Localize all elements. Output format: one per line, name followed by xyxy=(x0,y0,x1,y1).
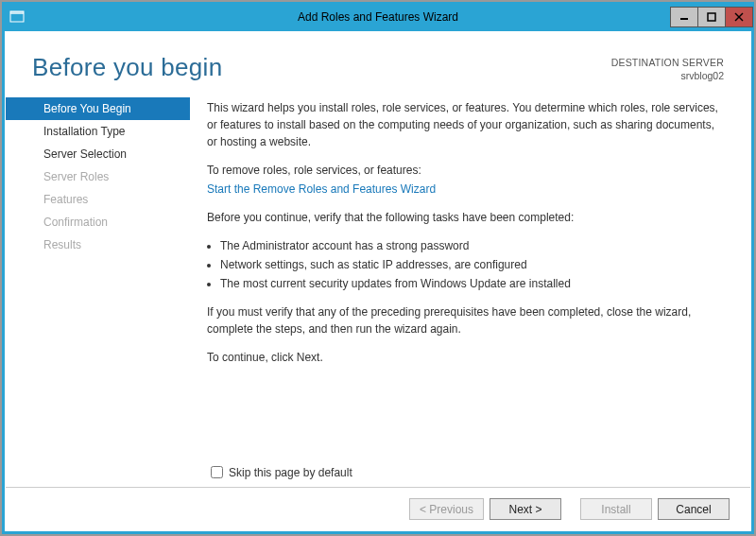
prereq-list: The Administrator account has a strong p… xyxy=(207,237,724,292)
prereq-item: The Administrator account has a strong p… xyxy=(220,237,724,254)
wizard-nav: Before You Begin Installation Type Serve… xyxy=(6,92,190,458)
skip-row: Skip this page by default xyxy=(6,458,750,487)
remove-roles-link[interactable]: Start the Remove Roles and Features Wiza… xyxy=(207,182,436,196)
wizard-window: Add Roles and Features Wizard Before you… xyxy=(2,2,754,534)
verify-note: If you must verify that any of the prece… xyxy=(207,303,724,337)
previous-button: < Previous xyxy=(409,498,484,520)
install-button: Install xyxy=(580,498,652,520)
nav-server-selection[interactable]: Server Selection xyxy=(6,143,190,165)
wizard-body: Before you begin DESTINATION SERVER srvb… xyxy=(6,34,750,530)
svg-rect-3 xyxy=(708,13,715,21)
nav-before-you-begin[interactable]: Before You Begin xyxy=(6,97,190,120)
remove-prompt: To remove roles, role services, or featu… xyxy=(207,162,724,179)
nav-features: Features xyxy=(6,188,190,211)
minimize-button[interactable] xyxy=(670,7,698,27)
app-icon xyxy=(9,9,26,26)
next-button[interactable]: Next > xyxy=(490,498,561,520)
destination-server: srvblog02 xyxy=(611,70,724,83)
nav-results: Results xyxy=(6,233,190,256)
nav-confirmation: Confirmation xyxy=(6,211,190,233)
destination-block: DESTINATION SERVER srvblog02 xyxy=(611,53,724,82)
destination-label: DESTINATION SERVER xyxy=(611,57,724,70)
wizard-content: Before You Begin Installation Type Serve… xyxy=(6,92,750,458)
prereq-item: Network settings, such as static IP addr… xyxy=(220,256,724,273)
skip-label: Skip this page by default xyxy=(229,466,352,479)
wizard-footer: < Previous Next > Install Cancel xyxy=(6,487,750,530)
continue-note: To continue, click Next. xyxy=(207,349,724,366)
prereq-item: The most current security updates from W… xyxy=(220,275,724,292)
svg-rect-1 xyxy=(10,11,24,14)
titlebar[interactable]: Add Roles and Features Wizard xyxy=(3,3,753,31)
verify-prompt: Before you continue, verify that the fol… xyxy=(207,209,724,226)
window-title: Add Roles and Features Wizard xyxy=(3,10,753,24)
close-button[interactable] xyxy=(725,7,753,27)
intro-text: This wizard helps you install roles, rol… xyxy=(207,99,724,150)
nav-server-roles: Server Roles xyxy=(6,165,190,188)
skip-checkbox[interactable] xyxy=(211,466,223,478)
wizard-main: This wizard helps you install roles, rol… xyxy=(190,92,724,458)
nav-installation-type[interactable]: Installation Type xyxy=(6,120,190,143)
window-buttons xyxy=(671,7,753,27)
wizard-header: Before you begin DESTINATION SERVER srvb… xyxy=(6,34,750,92)
page-title: Before you begin xyxy=(32,53,611,82)
maximize-button[interactable] xyxy=(697,7,726,27)
cancel-button[interactable]: Cancel xyxy=(658,498,730,520)
